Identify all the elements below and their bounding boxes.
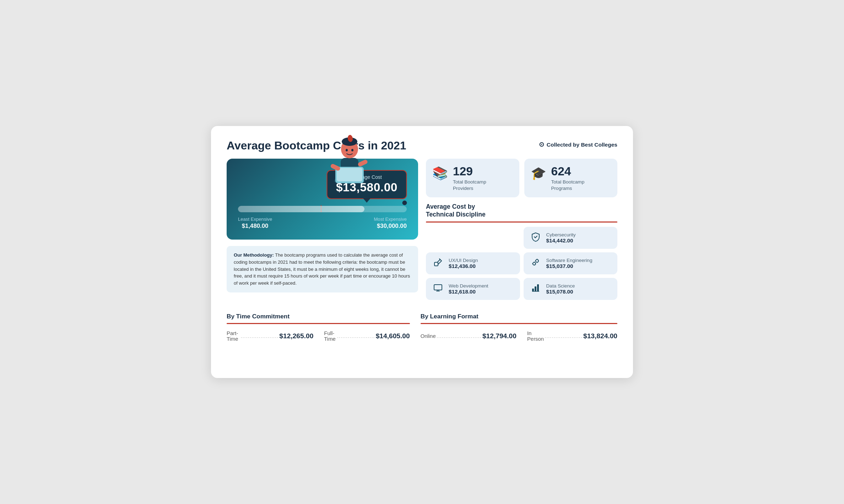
left-column: Average Cost $13,580.00 Least Expensive [227,159,418,300]
stat-info-programs: 624 Total BootcampPrograms [551,165,585,191]
learning-format-panel: By Learning Format Online ..............… [421,313,617,342]
time-commitment-panel: By Time Commitment Part-Time ...........… [227,313,410,342]
svg-rect-19 [535,286,536,291]
bottom-section: By Time Commitment Part-Time ...........… [227,310,617,342]
stats-row: 📚 129 Total BootcampProviders 🎓 624 Tota… [426,159,617,197]
methodology-bold: Our Methodology: [234,252,274,258]
full-time-item: Full-Time ..................... $14,605.… [324,330,410,342]
time-commitment-items: Part-Time ..................... $12,265.… [227,330,410,342]
discipline-info-software: Software Engineering $15,037.00 [546,258,593,269]
discipline-divider [426,221,617,223]
in-person-item: In Person ..................... $13,824.… [527,330,617,342]
cost-card: Average Cost $13,580.00 Least Expensive [227,159,418,240]
monitor-icon [432,283,444,295]
discipline-info-cybersecurity: Cybersecurity $14,442.00 [546,232,576,243]
discipline-section: Average Cost byTechnical Discipline [426,203,617,300]
gears-icon [529,257,542,269]
page-title: Average Bootcamp Costs in 2021 [227,139,406,152]
graduation-icon: 🎓 [531,166,546,181]
most-expensive: Most Expensive $30,000.00 [374,217,407,230]
right-column: 📚 129 Total BootcampProviders 🎓 624 Tota… [426,159,617,300]
learning-format-title: By Learning Format [421,313,617,320]
discipline-info-uxui: UX/UI Design $12,436.00 [449,258,478,269]
svg-rect-14 [434,262,438,266]
stat-card-providers: 📚 129 Total BootcampProviders [426,159,519,197]
slider-fill [238,206,364,212]
time-commitment-divider [227,323,410,324]
least-expensive: Least Expensive $1,480.00 [238,217,272,230]
discipline-card-datascience: Data Science $15,078.00 [524,278,618,300]
programs-number: 624 [551,165,585,178]
books-icon: 📚 [432,166,448,181]
discipline-card-uxui: UX/UI Design $12,436.00 [426,252,520,274]
cost-labels: Least Expensive $1,480.00 Most Expensive… [238,217,407,230]
content-grid: Average Cost $13,580.00 Least Expensive [227,159,617,300]
learning-format-items: Online ......................... $12,794… [421,330,617,342]
methodology-box: Our Methodology: The bootcamp programs u… [227,246,418,292]
programs-label: Total BootcampPrograms [551,179,585,191]
average-cost-label: Average Cost [336,174,397,180]
design-icon [432,257,444,269]
main-card: Average Bootcamp Costs in 2021 ⊙ Collect… [211,126,633,378]
discipline-card-cybersecurity: Cybersecurity $14,442.00 [524,227,618,249]
part-time-item: Part-Time ..................... $12,265.… [227,330,313,342]
svg-rect-17 [434,285,442,290]
header: Average Bootcamp Costs in 2021 ⊙ Collect… [227,139,617,152]
discipline-card-software-eng: Software Engineering $15,037.00 [524,252,618,274]
providers-number: 129 [453,165,486,178]
discipline-grid: Cybersecurity $14,442.00 UX/UI Design [426,227,617,300]
discipline-title: Average Cost byTechnical Discipline [426,203,617,219]
cost-slider-track [238,206,407,212]
shield-icon [529,232,542,244]
svg-rect-20 [537,284,539,291]
discipline-header: Average Cost byTechnical Discipline [426,203,617,223]
time-commitment-title: By Time Commitment [227,313,410,320]
stat-info-providers: 129 Total BootcampProviders [453,165,486,191]
stat-card-programs: 🎓 624 Total BootcampPrograms [524,159,618,197]
svg-rect-18 [532,289,534,291]
providers-label: Total BootcampProviders [453,179,486,191]
bubble-dot [402,201,407,205]
average-cost-amount: $13,580.00 [336,181,397,194]
slider-background [238,206,407,212]
discipline-card-webdev: Web Development $12,618.00 [426,278,520,300]
chart-icon [529,283,542,295]
collected-by: ⊙ Collected by Best Colleges [539,141,617,148]
discipline-info-datascience: Data Science $15,078.00 [546,283,575,295]
average-cost-bubble: Average Cost $13,580.00 [327,170,407,199]
verified-icon: ⊙ [539,141,544,148]
online-item: Online ......................... $12,794… [421,332,516,340]
discipline-info-webdev: Web Development $12,618.00 [449,283,488,295]
learning-format-divider [421,323,617,324]
